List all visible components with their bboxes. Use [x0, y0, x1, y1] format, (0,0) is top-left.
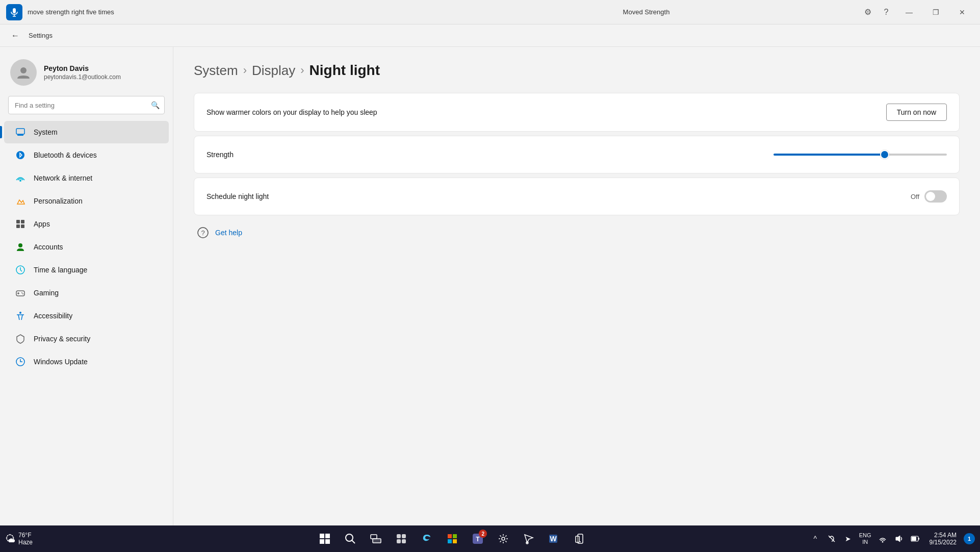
sidebar-item-label-bluetooth: Bluetooth & devices: [34, 151, 97, 159]
word-button[interactable]: W: [543, 528, 565, 550]
search-input[interactable]: [8, 96, 165, 114]
start-button[interactable]: [314, 528, 336, 550]
task-view-button[interactable]: [365, 528, 387, 550]
teams-button[interactable]: T 2: [467, 528, 489, 550]
maximize-button[interactable]: ❐: [924, 4, 947, 20]
toggle-state-label: Off: [911, 193, 919, 200]
svg-point-7: [19, 180, 21, 182]
svg-rect-29: [325, 539, 330, 544]
sidebar-item-privacy[interactable]: Privacy & security: [4, 328, 169, 350]
location-button[interactable]: ➤: [841, 532, 855, 546]
clock-time: 2:54 AM: [934, 532, 957, 539]
minimize-button[interactable]: —: [897, 4, 921, 20]
battery-button[interactable]: [908, 532, 922, 546]
strength-card: Strength: [194, 136, 960, 173]
sidebar: Peyton Davis peytondavis.1@outlook.com 🔍…: [0, 47, 173, 525]
network-icon: [14, 172, 27, 184]
user-name: Peyton Davis: [44, 64, 121, 72]
breadcrumb-system[interactable]: System: [194, 63, 238, 79]
sidebar-item-system[interactable]: System: [4, 121, 169, 143]
svg-rect-50: [576, 536, 579, 542]
svg-point-52: [882, 541, 883, 543]
svg-rect-39: [453, 534, 457, 538]
content-area: System › Display › Night light Show warm…: [173, 47, 980, 525]
taskbar-center: T 2 W: [97, 528, 808, 550]
svg-rect-41: [453, 539, 457, 543]
breadcrumb-display[interactable]: Display: [252, 63, 295, 79]
gaming-icon: [14, 287, 27, 299]
sidebar-item-label-system: System: [34, 128, 58, 136]
chevron-button[interactable]: ^: [808, 532, 822, 546]
widgets-button[interactable]: [390, 528, 412, 550]
wifi-button[interactable]: [875, 532, 890, 546]
settings-taskbar-button[interactable]: [492, 528, 514, 550]
sidebar-item-label-accounts: Accounts: [34, 243, 63, 251]
get-help-row: ? Get help: [194, 225, 960, 240]
volume-button[interactable]: [892, 532, 906, 546]
personalization-icon: [14, 195, 27, 207]
clock[interactable]: 2:54 AM 9/15/2022: [926, 531, 960, 547]
clock-date: 9/15/2022: [930, 539, 957, 546]
sidebar-item-accounts[interactable]: Accounts: [4, 236, 169, 258]
search-icon: 🔍: [151, 101, 160, 109]
breadcrumb-sep-1: ›: [243, 64, 247, 77]
svg-rect-32: [371, 535, 377, 539]
store-button[interactable]: [441, 528, 463, 550]
breadcrumb-sep-2: ›: [300, 64, 304, 77]
strength-row: Strength: [194, 136, 959, 173]
edge-button[interactable]: [416, 528, 438, 550]
svg-rect-4: [16, 129, 24, 134]
get-help-link[interactable]: Get help: [215, 229, 242, 237]
sidebar-item-network[interactable]: Network & internet: [4, 167, 169, 189]
snipping-button[interactable]: [518, 528, 540, 550]
sidebar-item-apps[interactable]: Apps: [4, 213, 169, 235]
settings-header: ← Settings: [0, 24, 980, 47]
schedule-label: Schedule night light: [207, 192, 269, 200]
phone-link-button[interactable]: [569, 528, 591, 550]
strength-slider[interactable]: [773, 154, 947, 156]
sidebar-item-label-gaming: Gaming: [34, 289, 59, 297]
svg-point-49: [580, 541, 581, 542]
svg-rect-5: [17, 134, 23, 136]
sidebar-item-personalization[interactable]: Personalization: [4, 190, 169, 212]
notification-badge[interactable]: 1: [964, 533, 975, 544]
app-title: move strength right five times: [28, 8, 114, 16]
privacy-icon: [14, 333, 27, 345]
svg-point-21: [19, 312, 21, 314]
svg-marker-53: [896, 536, 900, 542]
svg-point-3: [20, 67, 27, 73]
sidebar-item-bluetooth[interactable]: Bluetooth & devices: [4, 144, 169, 166]
weather-text: 76°F Haze: [18, 532, 33, 546]
mute-button[interactable]: [824, 532, 839, 546]
breadcrumb: System › Display › Night light: [194, 62, 960, 79]
sidebar-item-gaming[interactable]: Gaming: [4, 282, 169, 304]
svg-point-6: [16, 151, 24, 159]
sidebar-item-time[interactable]: Time & language: [4, 259, 169, 281]
warmer-colors-row: Show warmer colors on your display to he…: [194, 93, 959, 131]
turn-on-button[interactable]: Turn on now: [886, 104, 947, 121]
app-icon: [6, 4, 22, 20]
sidebar-item-accessibility[interactable]: Accessibility: [4, 305, 169, 327]
schedule-toggle[interactable]: [924, 190, 947, 203]
sidebar-item-update[interactable]: Windows Update: [4, 350, 169, 373]
back-button[interactable]: ←: [8, 29, 22, 43]
search-taskbar-button[interactable]: [339, 528, 362, 550]
svg-rect-33: [373, 539, 381, 543]
svg-point-30: [346, 534, 353, 541]
breadcrumb-night-light: Night light: [310, 62, 380, 79]
weather-widget: 🌤 76°F Haze: [5, 532, 33, 546]
svg-rect-38: [448, 534, 452, 538]
title-bar: move strength right five times Moved Str…: [0, 0, 980, 24]
gear-button[interactable]: ⚙: [860, 4, 876, 20]
help-button[interactable]: ?: [878, 4, 894, 20]
svg-text:T: T: [476, 536, 480, 543]
svg-rect-40: [448, 539, 452, 543]
sidebar-item-label-time: Time & language: [34, 266, 87, 274]
user-profile[interactable]: Peyton Davis peytondavis.1@outlook.com: [0, 53, 173, 96]
warmer-colors-card: Show warmer colors on your display to he…: [194, 93, 960, 132]
taskbar-weather[interactable]: 🌤 76°F Haze: [5, 532, 97, 546]
update-icon: [14, 356, 27, 368]
language-display[interactable]: ENGIN: [857, 531, 873, 546]
close-button[interactable]: ✕: [950, 4, 974, 20]
bluetooth-icon: [14, 149, 27, 161]
